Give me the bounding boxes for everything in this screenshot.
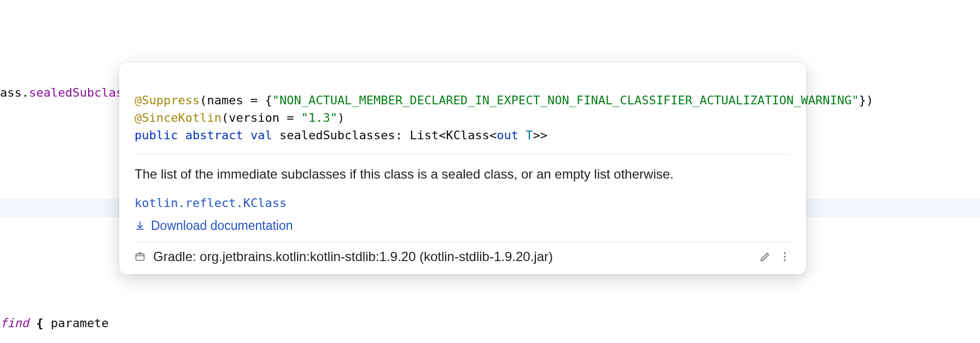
- more-button[interactable]: [779, 251, 791, 263]
- containing-class-link[interactable]: kotlin.reflect.KClass: [135, 196, 791, 210]
- code-token: {: [36, 316, 43, 330]
- svg-point-1: [784, 252, 785, 253]
- code-token: [29, 316, 36, 330]
- svg-point-3: [784, 259, 785, 261]
- keyword: public abstract val: [135, 128, 279, 142]
- string-literal: "NON_ACTUAL_MEMBER_DECLARED_IN_EXPECT_NO…: [272, 93, 859, 107]
- link-label: Download documentation: [151, 218, 293, 233]
- code-token: [43, 316, 50, 330]
- svg-rect-0: [136, 254, 144, 261]
- edit-button[interactable]: [759, 251, 771, 263]
- code-token: ass: [0, 86, 22, 99]
- string-literal: "1.3": [301, 111, 337, 125]
- library-icon: [135, 251, 145, 262]
- link-label: kotlin.reflect.KClass: [135, 196, 287, 210]
- quick-doc-popup: @Suppress(names = {"NON_ACTUAL_MEMBER_DE…: [119, 62, 806, 274]
- download-icon: [135, 220, 145, 231]
- code-line[interactable]: find { paramete: [0, 314, 980, 333]
- svg-point-2: [784, 256, 785, 257]
- doc-description: The list of the immediate subclasses if …: [135, 164, 791, 184]
- source-label: Gradle: org.jetbrains.kotlin:kotlin-stdl…: [153, 249, 553, 264]
- annotation: @SinceKotlin: [135, 111, 221, 125]
- code-token: paramete: [51, 316, 109, 330]
- download-doc-link[interactable]: Download documentation: [135, 218, 791, 233]
- signature-block: @Suppress(names = {"NON_ACTUAL_MEMBER_DE…: [135, 74, 791, 155]
- code-token: .: [22, 86, 29, 99]
- doc-footer: Gradle: org.jetbrains.kotlin:kotlin-stdl…: [135, 242, 791, 264]
- annotation: @Suppress: [135, 93, 200, 107]
- code-token: find: [0, 316, 29, 330]
- type-param: T: [526, 128, 533, 142]
